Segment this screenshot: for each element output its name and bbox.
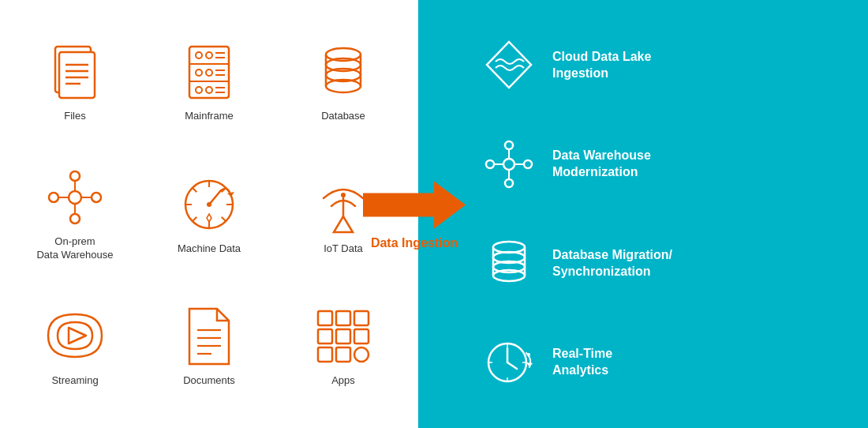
dest-realtime: Real-Time Analytics <box>481 337 844 389</box>
svg-rect-57 <box>318 311 332 325</box>
onprem-icon <box>39 166 110 229</box>
machine-label: Machine Data <box>178 242 241 256</box>
dest-dw-modern: Data Warehouse Modernization <box>481 139 844 190</box>
iot-label: IoT Data <box>324 242 363 256</box>
apps-icon <box>308 305 379 368</box>
svg-point-31 <box>92 193 101 202</box>
dest-db-migrate: Database Migration/ Synchronization <box>481 238 844 289</box>
onprem-label: On-prem Data Warehouse <box>36 235 113 262</box>
svg-point-30 <box>49 193 58 202</box>
files-icon <box>39 40 110 103</box>
right-panel: Cloud Data Lake Ingestion Data Warehouse… <box>418 0 868 428</box>
dw-modern-label: Data Warehouse Modernization <box>552 148 651 181</box>
svg-point-51 <box>341 193 346 197</box>
svg-rect-62 <box>354 329 369 344</box>
documents-label: Documents <box>183 374 235 388</box>
svg-point-13 <box>196 69 202 76</box>
svg-point-72 <box>524 160 532 168</box>
source-mainframe: Mainframe <box>174 40 245 123</box>
documents-icon <box>174 305 245 368</box>
svg-point-14 <box>206 69 212 76</box>
svg-line-43 <box>193 216 196 220</box>
svg-point-17 <box>196 87 202 93</box>
svg-marker-90 <box>526 362 533 367</box>
database-icon <box>308 40 379 103</box>
source-files: Files <box>39 40 110 123</box>
svg-point-69 <box>505 141 513 149</box>
svg-rect-63 <box>318 347 332 362</box>
streaming-icon <box>39 305 110 368</box>
cloud-lake-icon <box>481 39 537 91</box>
svg-point-10 <box>206 52 212 58</box>
svg-point-68 <box>503 159 514 170</box>
dw-modern-icon <box>481 139 537 190</box>
svg-line-45 <box>209 190 221 205</box>
db-migrate-label: Database Migration/ Synchronization <box>552 247 672 280</box>
source-streaming: Streaming <box>39 305 110 388</box>
svg-point-27 <box>69 191 81 204</box>
svg-rect-60 <box>318 329 332 344</box>
source-apps: Apps <box>308 305 379 388</box>
svg-line-42 <box>222 216 226 220</box>
svg-marker-66 <box>363 181 466 228</box>
svg-point-71 <box>486 160 494 168</box>
svg-point-70 <box>505 179 513 187</box>
svg-point-18 <box>206 87 212 93</box>
svg-line-41 <box>193 188 196 192</box>
svg-rect-58 <box>336 311 350 325</box>
db-migrate-icon <box>481 238 537 289</box>
machine-icon <box>174 173 245 236</box>
cloud-lake-label: Cloud Data Lake Ingestion <box>552 49 651 82</box>
svg-marker-52 <box>69 328 86 344</box>
svg-point-91 <box>527 353 530 356</box>
apps-label: Apps <box>331 374 355 388</box>
svg-rect-1 <box>59 52 95 98</box>
svg-point-28 <box>70 171 80 181</box>
data-ingestion-arrow: Data Ingestion <box>363 177 466 250</box>
mainframe-icon <box>174 40 245 103</box>
svg-line-85 <box>507 362 517 369</box>
streaming-label: Streaming <box>51 374 98 388</box>
database-label: Database <box>321 110 365 123</box>
files-label: Files <box>64 110 85 123</box>
arrow-label: Data Ingestion <box>371 235 458 250</box>
left-panel: Files <box>0 0 418 428</box>
source-documents: Documents <box>174 305 245 388</box>
svg-point-9 <box>196 52 202 58</box>
svg-rect-61 <box>336 329 350 344</box>
source-machine: Machine Data <box>174 173 245 256</box>
dest-cloud-lake: Cloud Data Lake Ingestion <box>481 39 844 91</box>
svg-marker-67 <box>487 42 531 88</box>
mainframe-label: Mainframe <box>185 110 233 123</box>
svg-point-46 <box>207 202 211 207</box>
svg-rect-59 <box>354 311 369 325</box>
svg-marker-49 <box>334 216 353 232</box>
source-onprem: On-prem Data Warehouse <box>36 166 113 262</box>
svg-point-65 <box>354 347 369 362</box>
realtime-icon <box>481 337 537 389</box>
svg-point-29 <box>70 214 80 223</box>
realtime-label: Real-Time Analytics <box>552 346 612 379</box>
svg-rect-64 <box>336 347 350 362</box>
source-database: Database <box>308 40 379 123</box>
svg-marker-47 <box>207 214 211 222</box>
